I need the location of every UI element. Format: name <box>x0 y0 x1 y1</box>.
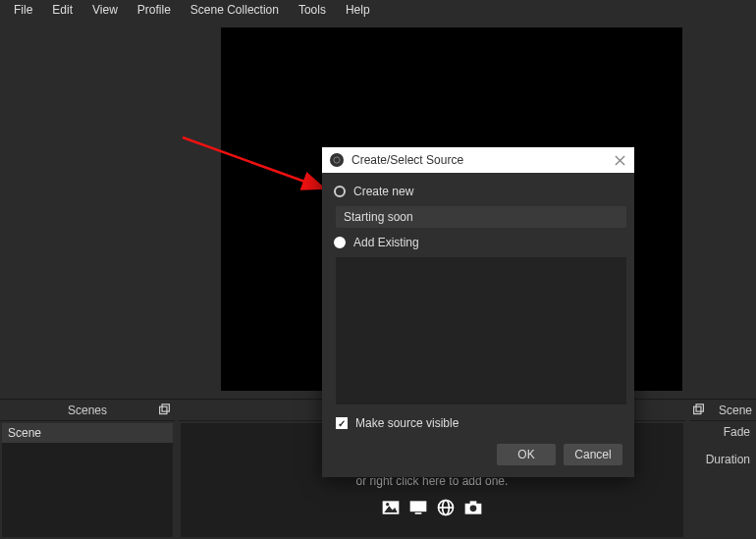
menu-help[interactable]: Help <box>336 1 380 19</box>
svg-rect-8 <box>415 512 422 514</box>
sources-empty-icons <box>380 498 484 517</box>
add-existing-radio-row[interactable]: Add Existing <box>334 236 622 249</box>
ok-button[interactable]: OK <box>497 444 556 465</box>
create-new-radio[interactable] <box>334 186 346 197</box>
create-new-radio-row[interactable]: Create new <box>334 185 622 198</box>
dock-transitions-title: Scene <box>719 404 752 417</box>
make-visible-row[interactable]: ✓ Make source visible <box>336 416 622 430</box>
camera-icon <box>462 498 484 517</box>
cancel-button[interactable]: Cancel <box>564 444 622 465</box>
dock-scenes-title: Scenes <box>68 404 107 417</box>
menu-edit[interactable]: Edit <box>42 1 82 19</box>
menu-bar: File Edit View Profile Scene Collection … <box>0 0 756 20</box>
source-name-input[interactable] <box>336 206 626 228</box>
display-icon <box>407 498 429 517</box>
svg-rect-3 <box>162 404 169 410</box>
menu-file[interactable]: File <box>4 1 42 19</box>
transition-fade-label[interactable]: Fade <box>724 425 752 439</box>
create-select-source-dialog: Create/Select Source Create new Add Exis… <box>322 147 634 477</box>
image-icon <box>380 498 402 517</box>
dock-transitions: Scene Fade Duration <box>689 400 756 539</box>
transition-duration-label: Duration <box>706 453 752 466</box>
menu-view[interactable]: View <box>82 1 128 19</box>
make-visible-label: Make source visible <box>355 416 459 430</box>
svg-rect-7 <box>410 501 427 512</box>
obs-logo-icon <box>330 153 344 167</box>
globe-icon <box>435 498 457 517</box>
add-existing-radio[interactable] <box>334 237 346 248</box>
dock-scenes: Scenes Scene <box>0 400 175 539</box>
scenes-list[interactable]: Scene <box>2 423 173 537</box>
dock-transitions-header: Scene <box>689 400 756 421</box>
svg-rect-15 <box>693 406 700 413</box>
dialog-title-text: Create/Select Source <box>351 153 463 167</box>
menu-profile[interactable]: Profile <box>128 1 181 19</box>
dialog-close-button[interactable] <box>611 151 628 169</box>
dialog-body: Create new Add Existing ✓ Make source vi… <box>322 173 634 477</box>
scene-item[interactable]: Scene <box>2 423 173 443</box>
svg-rect-16 <box>696 404 703 410</box>
svg-point-6 <box>386 503 389 506</box>
menu-tools[interactable]: Tools <box>289 1 336 19</box>
svg-rect-13 <box>470 501 477 504</box>
dialog-titlebar[interactable]: Create/Select Source <box>322 147 634 173</box>
dock-scenes-header: Scenes <box>0 400 175 421</box>
svg-point-14 <box>470 506 477 512</box>
dialog-buttons: OK Cancel <box>334 444 622 465</box>
create-new-label: Create new <box>353 185 413 198</box>
menu-scene-collection[interactable]: Scene Collection <box>181 1 289 19</box>
add-existing-label: Add Existing <box>353 236 419 249</box>
existing-sources-list[interactable] <box>336 257 626 404</box>
dock-scenes-popout-icon[interactable] <box>157 403 171 416</box>
make-visible-checkbox[interactable]: ✓ <box>336 417 348 429</box>
svg-rect-2 <box>159 406 166 413</box>
dock-transitions-popout-icon[interactable] <box>691 403 705 416</box>
transitions-body: Fade Duration <box>689 421 756 539</box>
